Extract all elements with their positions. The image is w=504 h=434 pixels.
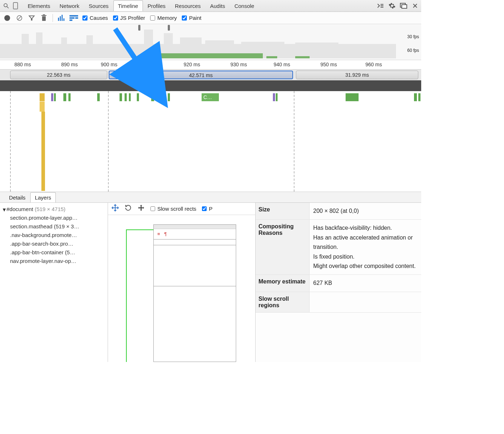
close-icon[interactable]: [411, 2, 419, 10]
layer-highlight[interactable]: [126, 229, 154, 362]
flame-block-rendering[interactable]: [273, 93, 275, 101]
fps60-label: 60 fps: [407, 48, 419, 53]
tab-timeline[interactable]: Timeline: [113, 0, 143, 11]
svg-rect-19: [63, 18, 64, 21]
timeline-frame[interactable]: 31.929 ms: [296, 71, 418, 79]
svg-marker-12: [29, 16, 34, 20]
flame-block-rendering[interactable]: [51, 93, 53, 101]
paint-rects-checkbox[interactable]: P: [202, 206, 212, 212]
svg-point-0: [4, 4, 7, 7]
causes-checkbox-input[interactable]: [82, 15, 87, 21]
frame-label: 22.563 ms: [47, 72, 70, 78]
prop-row-compositing: Compositing Reasons Has backface-visibil…: [256, 220, 421, 275]
flame-block-painting[interactable]: [414, 93, 417, 101]
memory-checkbox[interactable]: Memory: [150, 15, 177, 21]
drawer-icon[interactable]: [377, 2, 384, 10]
pan-icon[interactable]: [112, 204, 119, 213]
causes-checkbox[interactable]: Causes: [82, 15, 108, 21]
flame-block-scripting[interactable]: [41, 112, 45, 191]
tab-console[interactable]: Console: [230, 0, 259, 11]
tab-network[interactable]: Network: [55, 0, 84, 11]
tab-layers[interactable]: Layers: [30, 192, 56, 202]
ruler-tick: 930 ms: [230, 62, 247, 67]
search-icon[interactable]: [2, 2, 10, 10]
ruler-tick: 900 ms: [101, 62, 117, 67]
memory-checkbox-input[interactable]: [150, 15, 155, 21]
flame-block-painting[interactable]: [276, 93, 278, 101]
layers-preview-canvas[interactable]: ≡ ¶: [108, 215, 255, 362]
record-button[interactable]: [4, 14, 11, 22]
trash-icon[interactable]: [40, 14, 48, 22]
clear-icon[interactable]: [16, 14, 23, 22]
svg-rect-15: [43, 14, 45, 15]
tree-item[interactable]: .app-bar-search-box.pro…: [3, 240, 105, 248]
flame-block-painting[interactable]: [346, 93, 359, 101]
timeline-bottom-tabs: Details Layers: [0, 192, 421, 203]
page-preview[interactable]: ≡ ¶: [153, 224, 236, 362]
tree-item[interactable]: .nav-background.promote…: [3, 231, 105, 240]
slow-scroll-checkbox[interactable]: Slow scroll rects: [150, 206, 196, 212]
timeline-frames-row[interactable]: 22.563 ms 42.571 ms 31.929 ms: [0, 70, 421, 80]
tab-elements[interactable]: Elements: [23, 0, 55, 11]
flame-block-painting[interactable]: [129, 93, 131, 101]
flame-block-painting[interactable]: [68, 93, 71, 101]
barchart-mode-icon[interactable]: [58, 14, 65, 22]
tree-item[interactable]: section.promote-layer.app…: [3, 214, 105, 222]
dock-icon[interactable]: [400, 2, 408, 10]
paint-checkbox[interactable]: Paint: [182, 15, 201, 21]
fps30-label: 30 fps: [407, 34, 419, 39]
flame-block-painting[interactable]: [97, 93, 100, 101]
tab-resources[interactable]: Resources: [170, 0, 206, 11]
svg-rect-2: [13, 3, 18, 9]
layers-tree[interactable]: ▶#document (519 × 4715) section.promote-…: [0, 203, 108, 362]
layers-properties: Size 200 × 802 (at 0,0) Compositing Reas…: [256, 203, 421, 362]
tab-sources[interactable]: Sources: [84, 0, 113, 11]
flame-block-painting[interactable]: [54, 93, 56, 101]
rotate-icon[interactable]: [125, 204, 132, 213]
flame-block-scripting[interactable]: [40, 93, 45, 101]
flame-block-painting[interactable]: [151, 93, 154, 101]
tab-details[interactable]: Details: [4, 192, 30, 202]
tree-item[interactable]: section.masthead (519 × 3…: [3, 222, 105, 231]
panel-tabs: Elements Network Sources Timeline Profil…: [23, 0, 259, 11]
gear-icon[interactable]: [388, 2, 396, 10]
device-icon[interactable]: [12, 2, 19, 10]
flame-block-painting[interactable]: [63, 93, 66, 101]
flame-block-painting[interactable]: [137, 93, 139, 101]
timeline-overview[interactable]: 30 fps 60 fps: [0, 24, 421, 60]
paint-rects-checkbox-input[interactable]: [202, 206, 207, 211]
tab-profiles[interactable]: Profiles: [143, 0, 170, 11]
ruler-tick: 950 ms: [320, 62, 337, 67]
tree-root-dim: (519 × 4715): [33, 206, 66, 212]
timeline-ruler[interactable]: 880 ms 890 ms 900 ms ms 920 ms 930 ms 94…: [0, 60, 421, 70]
timeline-frame[interactable]: 22.563 ms: [10, 71, 107, 79]
tree-item[interactable]: .app-bar-btn-container (5…: [3, 248, 105, 257]
tab-audits[interactable]: Audits: [205, 0, 230, 11]
paint-checkbox-input[interactable]: [182, 15, 187, 21]
flame-block-composite[interactable]: C…: [202, 93, 219, 101]
timeline-darkstrip: [0, 80, 421, 91]
timeline-flamechart[interactable]: C…: [0, 91, 421, 192]
chevron-down-icon[interactable]: ▶: [1, 209, 8, 211]
slow-scroll-checkbox-input[interactable]: [150, 206, 155, 211]
flamechart-mode-icon[interactable]: [70, 14, 77, 22]
svg-line-11: [18, 16, 22, 20]
flame-block-painting[interactable]: [418, 93, 420, 101]
tree-item[interactable]: nav.promote-layer.nav-op…: [3, 257, 105, 265]
frame-boundary: [10, 91, 11, 192]
jsprofiler-checkbox[interactable]: JS Profiler: [113, 15, 145, 21]
flame-block-painting[interactable]: [120, 93, 122, 101]
tree-root-label: #document: [6, 206, 33, 212]
flame-block-painting[interactable]: [125, 93, 127, 101]
jsprofiler-checkbox-input[interactable]: [113, 15, 118, 21]
filter-icon[interactable]: [28, 14, 35, 22]
reset-view-icon[interactable]: [138, 204, 145, 213]
layers-preview[interactable]: Slow scroll rects P ≡ ¶: [108, 203, 256, 362]
tree-root[interactable]: ▶#document (519 × 4715): [3, 205, 105, 214]
paint-rects-label: P: [209, 206, 212, 212]
ruler-tick: ms: [155, 62, 162, 67]
tabstrip-right-icons: [377, 2, 419, 10]
flame-block-painting[interactable]: [168, 93, 170, 101]
timeline-frame-selected[interactable]: 42.571 ms: [109, 71, 293, 79]
flame-block-scripting[interactable]: [40, 102, 45, 112]
